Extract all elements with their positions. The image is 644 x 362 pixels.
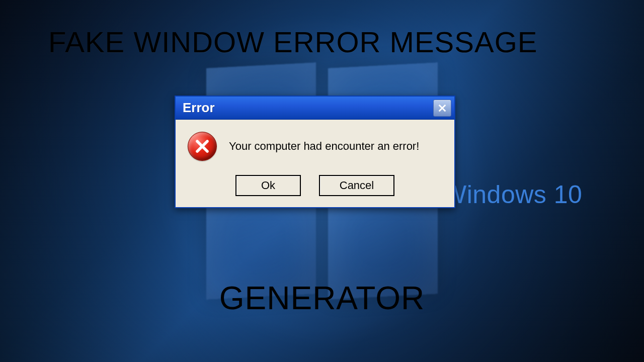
- dialog-message: Your computer had encounter an error!: [229, 140, 419, 153]
- wallpaper-background: Windows 10 FAKE WINDOW ERROR MESSAGE GEN…: [0, 0, 644, 362]
- close-icon: [438, 104, 447, 113]
- dialog-titlebar[interactable]: Error: [176, 97, 454, 120]
- error-dialog: Error Your computer had encounter an err…: [175, 96, 455, 208]
- brand-label: Windows 10: [443, 180, 582, 209]
- heading-bottom: GENERATOR: [219, 280, 425, 317]
- close-button[interactable]: [433, 100, 451, 117]
- dialog-body: Your computer had encounter an error! Ok…: [176, 120, 454, 207]
- cancel-button[interactable]: Cancel: [319, 175, 394, 196]
- ok-button[interactable]: Ok: [235, 175, 301, 196]
- error-icon: [188, 132, 217, 161]
- heading-top: FAKE WINDOW ERROR MESSAGE: [48, 25, 537, 59]
- dialog-button-row: Ok Cancel: [188, 175, 442, 196]
- dialog-title: Error: [183, 100, 215, 116]
